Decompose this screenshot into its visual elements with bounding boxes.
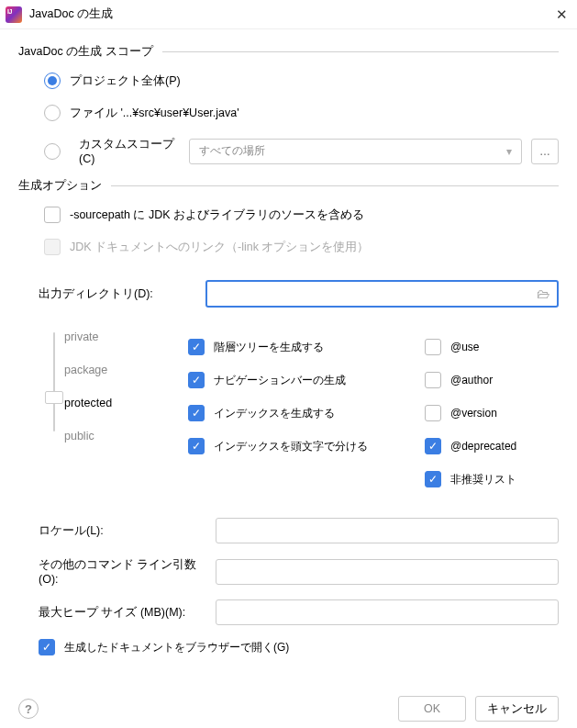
- close-icon[interactable]: ✕: [540, 6, 568, 23]
- outdir-input[interactable]: [215, 287, 537, 300]
- outdir-field[interactable]: 🗁: [205, 280, 559, 308]
- folder-icon[interactable]: 🗁: [537, 286, 549, 301]
- chevron-down-icon: ▾: [506, 145, 512, 158]
- cmdargs-label: その他のコマンド ライン引数(O):: [39, 557, 216, 586]
- checkbox-tree[interactable]: [188, 339, 205, 355]
- heap-input[interactable]: [216, 599, 559, 625]
- checkbox-deprecated-list[interactable]: [425, 471, 441, 487]
- checkbox-sourcepath[interactable]: [44, 207, 61, 223]
- radio-file[interactable]: [44, 105, 61, 121]
- scope-select[interactable]: すべての場所 ▾: [189, 139, 522, 164]
- divider: [162, 51, 559, 52]
- checkbox-deprecated-list-label[interactable]: 非推奨リスト: [450, 472, 516, 487]
- radio-file-label[interactable]: ファイル '...¥src¥user¥User.java': [70, 106, 239, 121]
- checkbox-jdklink-label: JDK ドキュメントへのリンク（-link オプションを使用）: [70, 240, 369, 255]
- checkbox-split-index[interactable]: [188, 438, 205, 454]
- checkbox-split-index-label[interactable]: インデックスを頭文字で分ける: [214, 439, 368, 454]
- visibility-private[interactable]: private: [64, 330, 188, 364]
- checkbox-deprecated-label[interactable]: @deprecated: [450, 440, 516, 453]
- visibility-slider-handle[interactable]: [45, 391, 63, 404]
- cmdargs-input[interactable]: [216, 559, 559, 585]
- visibility-package[interactable]: package: [64, 364, 188, 397]
- checkbox-open-browser-label[interactable]: 生成したドキュメントをブラウザーで開く(G): [64, 640, 289, 655]
- cancel-button[interactable]: キャンセル: [475, 696, 559, 722]
- checkbox-deprecated[interactable]: [425, 438, 441, 454]
- checkbox-use[interactable]: [425, 339, 441, 355]
- checkbox-nav-label[interactable]: ナビゲーションバーの生成: [214, 373, 346, 388]
- intellij-icon: [6, 6, 22, 23]
- checkbox-version-label[interactable]: @version: [450, 407, 497, 420]
- checkbox-jdklink: [44, 239, 61, 255]
- radio-custom-scope-label[interactable]: カスタムスコープ(C): [79, 137, 180, 165]
- titlebar: JavaDoc の生成 ✕: [0, 0, 577, 29]
- radio-custom-scope[interactable]: [44, 143, 61, 160]
- locale-input[interactable]: [216, 518, 559, 543]
- checkbox-open-browser[interactable]: [39, 639, 55, 655]
- gen-section-title: 生成オプション: [18, 178, 111, 194]
- scope-ellipsis-button[interactable]: …: [531, 139, 559, 164]
- scope-select-value: すべての場所: [199, 143, 265, 159]
- checkbox-use-label[interactable]: @use: [450, 341, 480, 353]
- locale-label: ロケール(L):: [39, 523, 216, 539]
- scope-section-title: JavaDoc の生成 スコープ: [18, 44, 162, 60]
- visibility-slider-track: [53, 332, 55, 431]
- section-gen-options: 生成オプション -sourcepath に JDK およびライブラリのソースを含…: [18, 178, 559, 655]
- checkbox-tree-label[interactable]: 階層ツリーを生成する: [214, 340, 324, 355]
- checkbox-author-label[interactable]: @author: [450, 374, 493, 386]
- outdir-label: 出力ディレクトリ(D):: [39, 286, 194, 302]
- checkbox-index-label[interactable]: インデックスを生成する: [214, 406, 335, 421]
- checkbox-sourcepath-label[interactable]: -sourcepath に JDK およびライブラリのソースを含める: [70, 207, 364, 223]
- visibility-labels: private package protected public: [64, 330, 188, 463]
- heap-label: 最大ヒープ サイズ (MB)(M):: [39, 605, 216, 621]
- help-icon[interactable]: ?: [18, 699, 39, 719]
- ok-button[interactable]: OK: [398, 696, 466, 722]
- radio-whole-project-label[interactable]: プロジェクト全体(P): [70, 73, 181, 89]
- checkbox-author[interactable]: [425, 372, 441, 388]
- radio-whole-project[interactable]: [44, 73, 61, 89]
- checkbox-version[interactable]: [425, 405, 441, 421]
- checkbox-nav[interactable]: [188, 372, 205, 388]
- visibility-public[interactable]: public: [64, 430, 188, 463]
- window-title: JavaDoc の生成: [29, 6, 540, 22]
- checkbox-index[interactable]: [188, 405, 205, 421]
- visibility-protected[interactable]: protected: [64, 397, 188, 430]
- divider: [111, 185, 559, 186]
- section-scope: JavaDoc の生成 スコープ プロジェクト全体(P) ファイル '...¥s…: [18, 44, 559, 165]
